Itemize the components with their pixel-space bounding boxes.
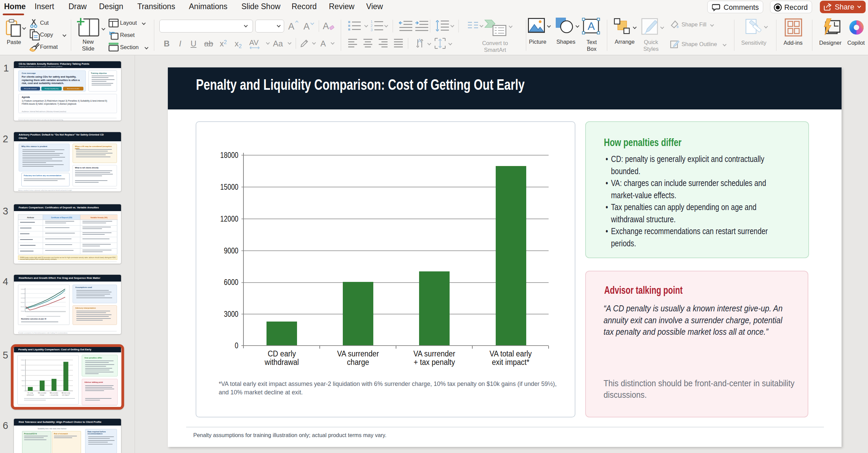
svg-text:18000: 18000	[21, 359, 25, 361]
svg-text:3: 3	[371, 28, 373, 32]
svg-text:VA total early: VA total early	[61, 392, 70, 394]
svg-text:3000: 3000	[22, 385, 25, 387]
svg-text:120000: 120000	[21, 293, 25, 294]
svg-text:80000: 80000	[21, 306, 25, 308]
svg-text:6000: 6000	[22, 380, 25, 382]
svg-text:70000: 70000	[21, 310, 25, 312]
svg-text:140000: 140000	[21, 288, 25, 290]
svg-text:withdrawal: withdrawal	[27, 394, 34, 396]
svg-text:VA surrender: VA surrender	[38, 392, 46, 394]
svg-text:VA surrender: VA surrender	[50, 392, 58, 394]
svg-text:A: A	[588, 20, 595, 32]
svg-text:charge: charge	[40, 394, 44, 396]
svg-text:1: 1	[371, 20, 373, 24]
svg-text:9000: 9000	[22, 375, 25, 376]
svg-text:12000: 12000	[21, 369, 25, 371]
svg-text:100000: 100000	[21, 297, 25, 299]
svg-text:2: 2	[371, 24, 373, 28]
svg-text:exit impact*: exit impact*	[62, 394, 70, 396]
svg-text:90000: 90000	[21, 302, 25, 303]
svg-text:15000: 15000	[21, 364, 25, 366]
svg-text:+ tax penalty: + tax penalty	[50, 394, 58, 396]
svg-text:CD early: CD early	[27, 392, 33, 394]
svg-text:0: 0	[24, 390, 25, 392]
